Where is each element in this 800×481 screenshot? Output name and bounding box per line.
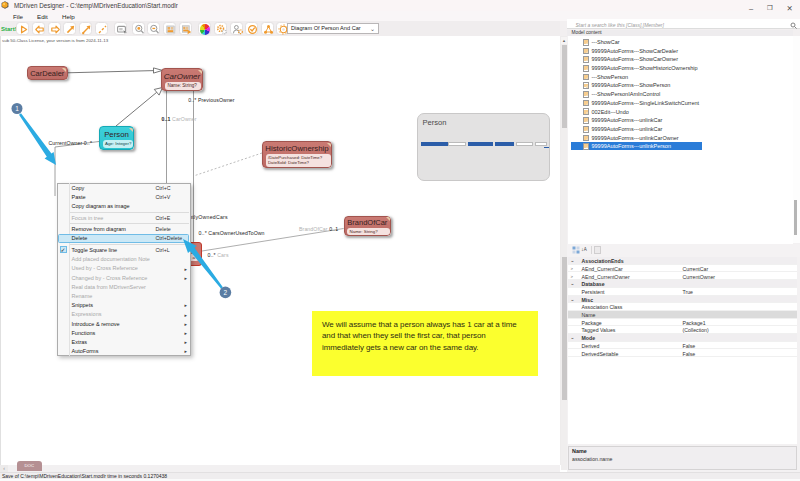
svg-text:2: 2: [224, 289, 228, 296]
svg-text:1: 1: [15, 105, 19, 112]
